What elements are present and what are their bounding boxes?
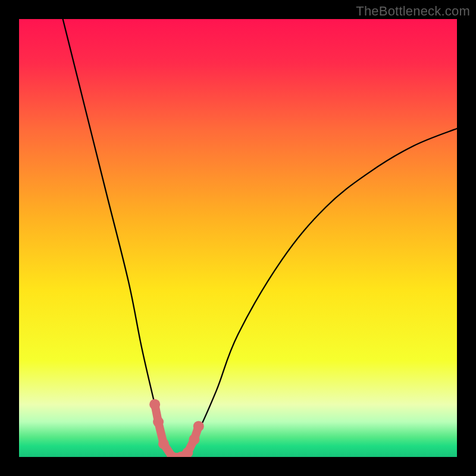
curve-layer xyxy=(19,19,457,457)
bottleneck-curve xyxy=(63,19,457,457)
marker-dot xyxy=(158,439,169,449)
marker-cluster xyxy=(149,399,204,457)
marker-dot xyxy=(189,434,199,445)
watermark-text: TheBottleneck.com xyxy=(356,4,470,19)
chart-frame: TheBottleneck.com xyxy=(0,0,476,476)
plot-area xyxy=(19,19,457,457)
marker-dot xyxy=(193,421,204,431)
marker-dot xyxy=(153,416,164,427)
marker-dot xyxy=(149,399,160,410)
